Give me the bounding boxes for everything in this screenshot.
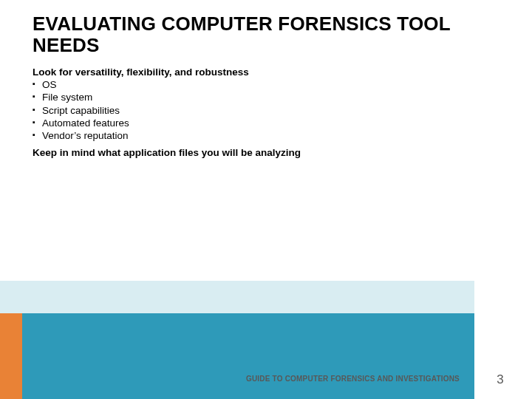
footer-text: GUIDE TO COMPUTER FORENSICS AND INVESTIG… (246, 375, 460, 383)
orange-block (0, 313, 22, 399)
list-item: Automated features (33, 117, 499, 129)
slide: EVALUATING COMPUTER FORENSICS TOOL NEEDS… (0, 0, 532, 399)
list-item: File system (33, 91, 499, 103)
slide-title: EVALUATING COMPUTER FORENSICS TOOL NEEDS (33, 13, 499, 56)
content-area: EVALUATING COMPUTER FORENSICS TOOL NEEDS… (0, 0, 532, 158)
note-text: Keep in mind what application files you … (33, 147, 499, 158)
list-item: OS (33, 78, 499, 91)
blue-block (22, 313, 474, 399)
page-number: 3 (489, 372, 511, 387)
triangle-shape (0, 281, 474, 313)
subheading: Look for versatility, flexibility, and r… (33, 66, 499, 78)
bullet-list: OS File system Script capabilities Autom… (33, 78, 499, 142)
list-item: Script capabilities (33, 104, 499, 117)
triangle-accent (0, 281, 474, 313)
list-item: Vendor’s reputation (33, 129, 499, 142)
